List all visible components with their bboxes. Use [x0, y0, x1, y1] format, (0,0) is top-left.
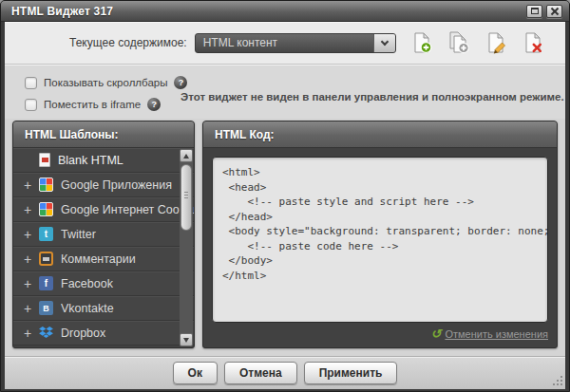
dialog-frame: Текущее содержимое: HTML контент	[1, 22, 569, 392]
template-item-label: Комментарии	[61, 252, 194, 266]
content-actions	[409, 30, 545, 55]
facebook-icon	[39, 276, 53, 290]
window-title: HTML Виджет 317	[11, 5, 522, 18]
google-icon	[39, 202, 53, 216]
template-item-facebook[interactable]: Facebook	[13, 271, 194, 296]
undo-changes-link[interactable]: Отменить изменения	[431, 328, 548, 340]
main-area: HTML Шаблоны: Blank HTML Google Приложен…	[5, 119, 565, 356]
content-dropdown[interactable]: HTML контент	[195, 33, 396, 53]
expand-icon[interactable]	[24, 252, 39, 266]
google-icon	[39, 177, 53, 192]
html-code-textarea[interactable]: <html> <head> <!-- paste style and scrip…	[212, 157, 548, 323]
code-panel: HTML Код: <html> <head> <!-- paste style…	[202, 121, 558, 348]
content-dropdown-open-button[interactable]	[373, 34, 395, 52]
iframe-checkbox[interactable]	[25, 99, 37, 111]
info-line-visibility: Этот виджет не виден в панели управления…	[180, 90, 564, 104]
template-item-label: Vkontakte	[61, 302, 194, 315]
templates-scrollbar[interactable]	[180, 149, 193, 346]
maximize-button[interactable]	[526, 5, 542, 18]
blank-html-icon	[39, 153, 50, 167]
current-content-label: Текущее содержимое:	[69, 36, 187, 49]
maximize-icon	[531, 8, 539, 14]
template-item-label: Google Интернет Сообщест	[61, 203, 194, 216]
arrow-down-icon	[183, 338, 189, 343]
page-add-icon	[410, 31, 433, 54]
expand-icon[interactable]	[24, 228, 39, 241]
scroll-down-button[interactable]	[180, 333, 193, 346]
template-item-google-apps[interactable]: Google Приложения	[13, 173, 194, 197]
twitter-icon	[39, 227, 53, 241]
expand-icon[interactable]	[24, 203, 39, 216]
template-item-comments[interactable]: Комментарии	[13, 247, 194, 271]
template-item-google-communities[interactable]: Google Интернет Сообщест	[13, 197, 194, 222]
close-icon	[551, 8, 559, 15]
ok-button[interactable]: Ок	[173, 362, 218, 384]
content-dropdown-value: HTML контент	[196, 34, 373, 52]
arrow-up-icon	[183, 154, 189, 159]
show-scrollbars-checkbox[interactable]	[25, 77, 37, 89]
templates-panel-header: HTML Шаблоны:	[13, 121, 194, 148]
template-item-dropbox[interactable]: Dropbox	[13, 321, 194, 345]
scroll-up-button[interactable]	[180, 149, 193, 162]
dialog-body: Текущее содержимое: HTML контент	[5, 22, 565, 389]
options-section: Показывать скроллбары Поместить в iframe…	[5, 65, 565, 119]
undo-row: Отменить изменения	[212, 323, 548, 342]
apply-button[interactable]: Применить	[304, 362, 398, 384]
dropbox-icon	[39, 326, 53, 340]
page-delete-icon	[522, 31, 544, 54]
page-edit-icon	[484, 31, 507, 54]
resize-grip[interactable]	[551, 374, 562, 385]
edit-content-button[interactable]	[484, 30, 508, 55]
templates-list: Blank HTML Google Приложения Google Инте…	[13, 148, 194, 347]
widget-info-text: Этот виджет не виден в панели управления…	[180, 76, 564, 119]
cancel-button[interactable]: Отмена	[224, 362, 297, 384]
iframe-option[interactable]: Поместить в iframe	[25, 98, 169, 111]
titlebar[interactable]: HTML Виджет 317	[1, 1, 569, 22]
page-duplicate-icon	[447, 31, 470, 54]
template-item-label: Dropbox	[61, 327, 194, 340]
iframe-help-icon[interactable]	[147, 98, 161, 111]
code-editor-body: <html> <head> <!-- paste style and scrip…	[203, 148, 557, 347]
duplicate-content-button[interactable]	[446, 30, 471, 55]
template-item-twitter[interactable]: Twitter	[13, 222, 194, 247]
template-item-label: Twitter	[61, 228, 194, 241]
show-scrollbars-option[interactable]: Показывать скроллбары	[25, 76, 169, 89]
undo-changes-label: Отменить изменения	[445, 328, 548, 340]
undo-arrow-icon	[431, 328, 442, 340]
vkontakte-icon	[39, 301, 53, 315]
iframe-label: Поместить в iframe	[44, 99, 141, 110]
scrollbar-thumb[interactable]	[180, 164, 192, 231]
expand-icon[interactable]	[24, 178, 39, 192]
close-button[interactable]	[546, 5, 562, 18]
expand-icon[interactable]	[24, 327, 39, 340]
template-item-vkontakte[interactable]: Vkontakte	[13, 296, 194, 321]
expand-icon[interactable]	[24, 302, 39, 315]
template-item-label: Google Приложения	[61, 178, 194, 192]
chevron-down-icon	[380, 37, 388, 45]
show-scrollbars-label: Показывать скроллбары	[44, 77, 167, 88]
add-content-button[interactable]	[409, 30, 434, 55]
options-checkboxes: Показывать скроллбары Поместить в iframe	[25, 76, 169, 119]
content-toolbar: Текущее содержимое: HTML контент	[5, 22, 565, 65]
code-panel-header: HTML Код:	[203, 121, 557, 148]
dialog-window: HTML Виджет 317 Текущее содержимое: HTML…	[0, 0, 570, 392]
delete-content-button[interactable]	[521, 30, 545, 55]
template-item-blank-html[interactable]: Blank HTML	[13, 148, 194, 173]
template-item-label: Blank HTML	[58, 154, 194, 167]
templates-panel: HTML Шаблоны: Blank HTML Google Приложен…	[12, 121, 195, 348]
template-item-label: Facebook	[61, 277, 194, 290]
expand-icon[interactable]	[24, 277, 39, 290]
comments-icon	[39, 252, 53, 266]
footer: Ок Отмена Применить	[5, 356, 565, 389]
